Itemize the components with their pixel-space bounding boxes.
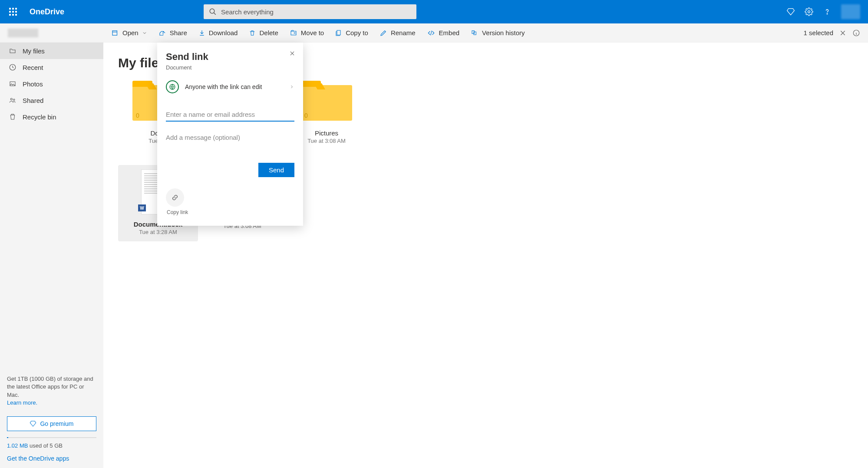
sidebar: My files Recent Photos Shared Recycle bi… <box>0 43 103 468</box>
svg-point-3 <box>827 13 827 14</box>
open-label: Open <box>122 29 139 36</box>
svg-rect-4 <box>112 30 117 35</box>
file-date: Tue at 3:28 AM <box>139 229 177 235</box>
premium-diamond-icon[interactable] <box>786 7 795 16</box>
sidebar-item-my-files[interactable]: My files <box>0 43 103 59</box>
folder-name: Pictures <box>315 129 338 137</box>
promo-text: the latest Office apps for PC or Mac. <box>7 383 96 399</box>
learn-more-link[interactable]: Learn more. <box>7 399 37 406</box>
clock-icon <box>9 63 17 71</box>
moveto-label: Move to <box>301 29 324 36</box>
copyto-button[interactable]: Copy to <box>335 29 368 37</box>
promo-text: Get 1TB (1000 GB) of storage and <box>7 375 96 383</box>
embed-button[interactable]: Embed <box>427 29 460 36</box>
sidebar-item-label: Shared <box>23 97 43 104</box>
svg-point-2 <box>808 11 810 13</box>
copyto-label: Copy to <box>346 29 368 36</box>
help-icon[interactable] <box>823 7 832 16</box>
folder-count: 0 <box>304 112 308 119</box>
people-icon <box>9 97 17 104</box>
command-bar: Open Share Download Delete Move to Copy … <box>0 23 868 43</box>
globe-icon <box>166 80 179 93</box>
rename-button[interactable]: Rename <box>380 29 416 37</box>
copy-link-label: Copy link <box>167 209 188 215</box>
folder-date: Tue at 3:08 AM <box>307 138 346 144</box>
sidebar-item-label: My files <box>23 47 45 55</box>
delete-button[interactable]: Delete <box>249 29 278 36</box>
account-name-redacted <box>8 29 38 37</box>
app-launcher-button[interactable] <box>4 3 22 20</box>
info-button[interactable] <box>852 29 860 37</box>
permission-text: Anyone with the link can edit <box>185 83 283 90</box>
diamond-icon <box>30 420 36 427</box>
share-label: Share <box>170 29 187 36</box>
embed-label: Embed <box>439 29 460 36</box>
clear-selection-button[interactable] <box>839 30 846 36</box>
storage-bar <box>7 437 96 438</box>
copy-link-button[interactable] <box>166 188 184 207</box>
folder-icon <box>9 47 17 54</box>
version-history-button[interactable]: Version history <box>471 29 525 36</box>
search-icon <box>209 8 217 16</box>
chevron-right-icon <box>289 84 294 89</box>
storage-used: 1.02 MB <box>7 442 28 449</box>
folder-count: 0 <box>136 112 139 119</box>
account-avatar[interactable] <box>841 4 860 19</box>
sidebar-item-label: Recycle bin <box>23 113 56 121</box>
storage-total: used of 5 GB <box>28 442 63 449</box>
dialog-title: Send link <box>166 51 294 63</box>
selection-count: 1 selected <box>804 29 833 36</box>
word-badge-icon: W <box>138 204 146 211</box>
sidebar-item-shared[interactable]: Shared <box>0 92 103 109</box>
header-actions <box>786 4 864 19</box>
download-button[interactable]: Download <box>198 29 238 36</box>
photo-icon <box>9 80 17 87</box>
moveto-button[interactable]: Move to <box>290 29 324 36</box>
message-input[interactable] <box>166 131 294 144</box>
folder-icon: 0 <box>301 85 352 121</box>
close-dialog-button[interactable] <box>289 50 295 56</box>
open-button[interactable]: Open <box>111 29 147 37</box>
svg-point-0 <box>210 9 215 13</box>
sidebar-item-label: Photos <box>23 80 43 88</box>
link-permission-button[interactable]: Anyone with the link can edit <box>166 80 294 93</box>
sidebar-item-recent[interactable]: Recent <box>0 59 103 76</box>
rename-label: Rename <box>391 29 416 36</box>
send-link-dialog: Send link Document Anyone with the link … <box>157 43 303 226</box>
app-header: OneDrive <box>0 0 868 23</box>
search-input[interactable] <box>204 4 416 19</box>
get-apps-link[interactable]: Get the OneDrive apps <box>7 455 69 462</box>
sidebar-item-label: Recent <box>23 64 43 71</box>
svg-rect-6 <box>337 30 340 35</box>
recycle-bin-icon <box>9 113 17 121</box>
download-label: Download <box>209 29 238 36</box>
send-button[interactable]: Send <box>258 163 294 177</box>
go-premium-button[interactable]: Go premium <box>7 416 96 431</box>
search-container <box>204 4 416 19</box>
chevron-down-icon <box>142 30 147 36</box>
brand-title: OneDrive <box>30 7 64 16</box>
svg-line-1 <box>214 13 216 15</box>
storage-status: 1.02 MB used of 5 GB <box>0 437 103 452</box>
go-premium-label: Go premium <box>40 420 73 427</box>
settings-gear-icon[interactable] <box>805 7 813 16</box>
sidebar-item-recycle-bin[interactable]: Recycle bin <box>0 109 103 125</box>
sidebar-item-photos[interactable]: Photos <box>0 76 103 92</box>
svg-point-12 <box>10 98 12 100</box>
share-button[interactable]: Share <box>158 29 187 37</box>
delete-label: Delete <box>259 29 278 36</box>
recipient-input[interactable] <box>166 108 294 122</box>
dialog-subtitle: Document <box>166 64 294 71</box>
link-icon <box>170 194 180 201</box>
premium-promo: Get 1TB (1000 GB) of storage and the lat… <box>0 371 103 413</box>
waffle-icon <box>9 8 17 16</box>
svg-point-13 <box>13 99 15 100</box>
version-history-label: Version history <box>482 29 525 36</box>
